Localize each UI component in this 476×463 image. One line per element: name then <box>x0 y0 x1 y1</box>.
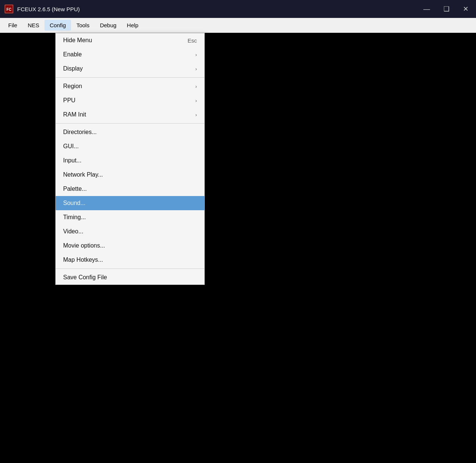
menu-item-label-sound: Sound... <box>63 200 86 206</box>
maximize-button[interactable]: ❑ <box>441 3 452 15</box>
title-bar: FC FCEUX 2.6.5 (New PPU) — ❑ ✕ <box>0 0 476 18</box>
menu-item-display[interactable]: Display› <box>56 62 204 76</box>
title-bar-left: FC FCEUX 2.6.5 (New PPU) <box>4 4 80 13</box>
menu-item-shortcut-hide-menu: Esc <box>188 37 197 44</box>
menu-item-label-gui: GUI... <box>63 143 79 150</box>
menu-item-label-map-hotkeys: Map Hotkeys... <box>63 257 103 263</box>
menu-item-hide-menu[interactable]: Hide MenuEsc <box>56 33 204 47</box>
menu-item-label-timing: Timing... <box>63 214 86 221</box>
menu-debug[interactable]: Debug <box>95 20 121 31</box>
menu-item-label-enable: Enable <box>63 51 82 58</box>
menu-item-video[interactable]: Video... <box>56 224 204 239</box>
menu-item-label-movie-options: Movie options... <box>63 242 105 249</box>
window-title: FCEUX 2.6.5 (New PPU) <box>17 6 80 12</box>
menu-item-ppu[interactable]: PPU› <box>56 93 204 108</box>
submenu-chevron-region: › <box>195 84 197 89</box>
menu-item-enable[interactable]: Enable› <box>56 47 204 62</box>
menu-nes[interactable]: NES <box>22 20 44 31</box>
submenu-chevron-display: › <box>195 66 197 72</box>
menu-item-timing[interactable]: Timing... <box>56 210 204 224</box>
minimize-button[interactable]: — <box>420 4 433 15</box>
menu-item-input[interactable]: Input... <box>56 153 204 168</box>
submenu-chevron-ppu: › <box>195 98 197 103</box>
menu-item-label-display: Display <box>63 65 83 72</box>
menu-item-label-hide-menu: Hide Menu <box>63 37 92 44</box>
menu-item-map-hotkeys[interactable]: Map Hotkeys... <box>56 253 204 267</box>
menu-item-save-config[interactable]: Save Config File <box>56 270 204 285</box>
close-button[interactable]: ✕ <box>460 3 472 15</box>
menu-item-directories[interactable]: Directories... <box>56 125 204 139</box>
menu-item-label-video: Video... <box>63 228 83 235</box>
separator-after-map-hotkeys <box>56 268 204 269</box>
menu-item-label-region: Region <box>63 83 82 90</box>
submenu-chevron-enable: › <box>195 52 197 58</box>
menu-item-label-input: Input... <box>63 157 81 164</box>
menu-item-label-palette: Palette... <box>63 186 87 192</box>
menu-item-palette[interactable]: Palette... <box>56 182 204 196</box>
menu-item-label-save-config: Save Config File <box>63 274 107 281</box>
menu-item-ram-init[interactable]: RAM Init› <box>56 108 204 122</box>
menu-item-gui[interactable]: GUI... <box>56 139 204 153</box>
menu-item-movie-options[interactable]: Movie options... <box>56 239 204 253</box>
menu-item-network-play[interactable]: Network Play... <box>56 168 204 182</box>
submenu-chevron-ram-init: › <box>195 112 197 118</box>
title-bar-controls: — ❑ ✕ <box>420 3 472 15</box>
menu-item-label-network-play: Network Play... <box>63 171 103 178</box>
menu-item-label-ppu: PPU <box>63 97 75 104</box>
menu-help[interactable]: Help <box>122 20 144 31</box>
svg-text:FC: FC <box>6 7 11 12</box>
separator-after-ram-init <box>56 123 204 124</box>
app-icon: FC <box>4 4 13 13</box>
menu-config[interactable]: Config <box>44 20 71 31</box>
menu-tools[interactable]: Tools <box>71 20 95 31</box>
separator-after-display <box>56 77 204 78</box>
menu-item-sound[interactable]: Sound... <box>56 196 204 210</box>
menu-bar: File NES Config Tools Debug Help <box>0 18 476 33</box>
config-dropdown: Hide MenuEscEnable›Display›Region›PPU›RA… <box>55 33 205 285</box>
menu-item-label-directories: Directories... <box>63 129 97 136</box>
menu-file[interactable]: File <box>3 20 22 31</box>
menu-item-label-ram-init: RAM Init <box>63 111 86 118</box>
menu-item-region[interactable]: Region› <box>56 79 204 93</box>
